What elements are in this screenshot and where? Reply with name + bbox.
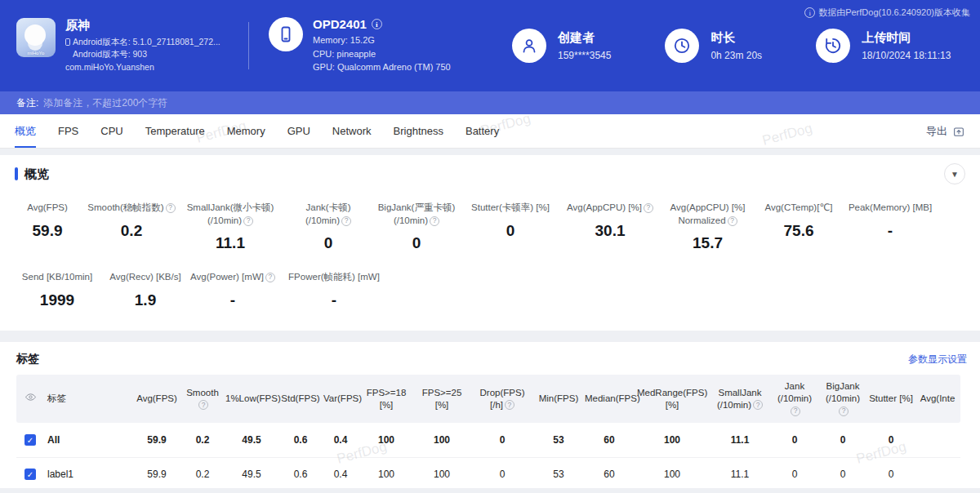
column-header: MedRange(FPS)[%] (635, 375, 709, 423)
metric-value: - (185, 291, 281, 309)
data-source-note: i 数据由PerfDog(10.6.240920)版本收集 (804, 7, 970, 19)
avatar-text: miHoYo (16, 51, 56, 56)
duration-block: 时长 0h 23m 20s (665, 29, 762, 63)
upload-label: 上传时间 (862, 30, 951, 46)
cell-value: 0.4 (322, 457, 359, 488)
column-header: Drop(FPS) [/h]? (470, 375, 534, 423)
help-icon[interactable]: ? (430, 216, 439, 226)
metric-value: 0 (372, 234, 461, 252)
help-icon[interactable]: ? (243, 216, 253, 226)
device-cpu: CPU: pineapple (313, 47, 451, 61)
cell-value: 100 (413, 457, 470, 488)
metric: Avg(Power) [mW]?- (185, 270, 281, 309)
metric-value: 75.6 (755, 222, 842, 240)
creator-value: 159****3545 (558, 50, 611, 61)
help-icon[interactable]: ? (791, 406, 800, 416)
metric-value: 0 (284, 234, 372, 252)
help-icon[interactable]: ? (753, 400, 763, 410)
perfdog-report-page: i 数据由PerfDog(10.6.240920)版本收集 miHoYo 原神 … (0, 0, 980, 488)
metric-value: 0 (461, 222, 560, 240)
export-button[interactable]: 导出 (926, 114, 965, 148)
metric: Avg(FPS)59.9 (8, 201, 87, 252)
tab-5[interactable]: Memory (227, 114, 265, 148)
table-row: ✓All59.90.249.50.60.41001000536010011.10… (16, 423, 960, 457)
tab-3[interactable]: CPU (100, 114, 122, 148)
column-header: 1%Low(FPS) (224, 375, 279, 423)
tab-9[interactable]: Battery (466, 114, 499, 148)
upload-history-icon (816, 29, 850, 63)
tab-2[interactable]: FPS (58, 114, 78, 148)
row-label: All (44, 423, 132, 457)
tab-1[interactable]: 概览 (15, 114, 36, 148)
metric: Peak(Memory) [MB]- (842, 201, 938, 252)
metric-value: 59.9 (8, 222, 87, 240)
row-checkbox[interactable]: ✓ (24, 434, 36, 446)
device-block: OPD2401 i Memory: 15.2G CPU: pineapple G… (269, 17, 481, 74)
app-avatar: miHoYo (16, 18, 56, 57)
help-icon[interactable]: ? (505, 400, 514, 410)
tab-7[interactable]: Network (332, 114, 372, 148)
cell-value: 0 (771, 423, 818, 457)
cell-value: 0 (771, 457, 818, 488)
cell-value: 49.5 (224, 457, 279, 488)
help-icon[interactable]: ? (644, 203, 653, 213)
cell-value: 100 (359, 423, 413, 457)
cell-value: 59.9 (132, 457, 181, 488)
metric-value: - (842, 222, 938, 240)
metric-value: 1.9 (106, 291, 185, 309)
cell-value: 60 (583, 423, 635, 457)
column-header: Avg(Inte (915, 375, 960, 423)
device-memory: Memory: 15.2G (313, 33, 451, 47)
cell-value: 60 (583, 457, 635, 488)
help-icon[interactable]: ? (341, 216, 351, 226)
row-checkbox[interactable]: ✓ (24, 469, 36, 480)
tab-8[interactable]: Brightness (394, 114, 443, 148)
upload-time-block: 上传时间 18/10/2024 18:11:13 (816, 29, 951, 63)
cell-value: 0.4 (322, 423, 359, 457)
column-header: Avg(FPS) (132, 375, 181, 423)
tab-4[interactable]: Temperature (145, 114, 205, 148)
duration-value: 0h 23m 20s (710, 50, 762, 61)
overview-header: 概览 ▼ (0, 155, 980, 193)
metric: FPower(帧能耗) [mW]- (281, 270, 387, 309)
eye-icon[interactable] (24, 391, 37, 403)
device-info-icon[interactable]: i (372, 19, 382, 29)
help-icon[interactable]: ? (198, 400, 208, 410)
creator-icon (512, 29, 546, 63)
remark-bar: 备注: (0, 91, 980, 114)
overview-title: 概览 (24, 167, 49, 182)
collapse-overview-button[interactable]: ▼ (944, 163, 965, 184)
cell-value: 100 (359, 457, 413, 488)
cell-value: 53 (534, 423, 583, 457)
cell-value: 100 (413, 423, 470, 457)
help-icon[interactable]: ? (728, 216, 737, 226)
metric: Avg(AppCPU) [%]Normalized?15.7 (660, 201, 755, 252)
metric-value: 1999 (8, 291, 106, 309)
help-icon[interactable]: ? (265, 273, 275, 282)
tab-bar: 概览FPSCPUTemperatureMemoryGPUNetworkBrigh… (0, 114, 980, 149)
cell-value: 0.2 (181, 457, 224, 488)
device-model: OPD2401 (313, 17, 367, 31)
cell-value: 11.1 (709, 423, 771, 457)
cell-value: 0 (867, 423, 915, 457)
metric: Jank(卡顿)(/10min)?0 (284, 201, 372, 252)
help-icon[interactable]: ? (839, 406, 849, 416)
phone-mini-icon (65, 38, 70, 46)
metric: Avg(CTemp)[℃]75.6 (755, 201, 842, 252)
overview-metrics-row-2: Send [KB/10min]1999Avg(Recv) [KB/s]1.9Av… (0, 270, 980, 309)
export-icon (952, 125, 965, 138)
metric-value: 11.1 (176, 234, 284, 252)
duration-clock-icon (665, 29, 699, 63)
tab-list: 概览FPSCPUTemperatureMemoryGPUNetworkBrigh… (15, 114, 499, 148)
metric: Stutter(卡顿率) [%]0 (461, 201, 560, 252)
column-header-label: 标签 (44, 375, 132, 423)
metric: Send [KB/10min]1999 (8, 270, 106, 309)
display-settings-link[interactable]: 参数显示设置 (908, 353, 967, 366)
help-icon[interactable]: ? (166, 203, 176, 213)
tab-6[interactable]: GPU (287, 114, 310, 148)
remark-input[interactable] (43, 97, 305, 109)
row-label: label1 (44, 457, 132, 488)
duration-label: 时长 (710, 30, 762, 46)
app-package: com.miHoYo.Yuanshen (65, 61, 220, 73)
cell-value: 0 (867, 457, 915, 488)
